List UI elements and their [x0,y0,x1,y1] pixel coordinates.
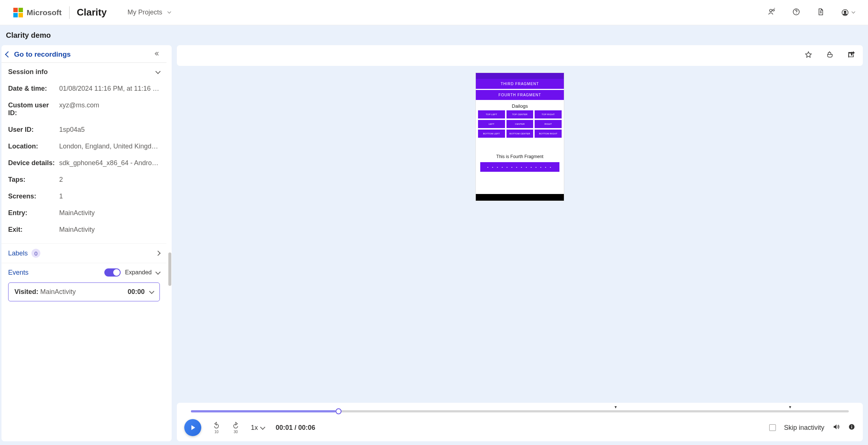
info-value: sdk_gphone64_x86_64 - Android 1... [59,159,160,167]
session-info-title: Session info [8,68,48,76]
labels-count-badge: 0 [31,249,40,258]
event-time-value: 00:00 [128,288,145,296]
preview-pane: THIRD FRAGMENT FOURTH FRAGMENT Dailogs T… [177,45,863,441]
divider [69,6,70,19]
events-panel: Events Expanded Visited: MainActivity 00… [1,263,166,307]
microsoft-name: Microsoft [27,8,62,17]
brand-name: Clarity [77,7,107,18]
info-value: London, England, United Kingdom [59,143,160,150]
share-icon[interactable] [847,51,855,60]
event-item[interactable]: Visited: MainActivity 00:00 [8,282,160,301]
timeline-marker [614,404,618,409]
page-title-bar: Clarity demo [0,25,868,45]
info-label: Custom user ID: [8,101,59,117]
info-value: 2 [59,176,160,184]
chevron-down-icon [260,424,265,429]
recording-canvas: THIRD FRAGMENT FOURTH FRAGMENT Dailogs T… [177,66,863,403]
chevron-right-icon [155,251,161,256]
info-row: Device details:sdk_gphone64_x86_64 - And… [8,155,160,171]
svg-point-9 [851,425,852,426]
labels-title: Labels [8,250,28,257]
device-preview: THIRD FRAGMENT FOURTH FRAGMENT Dailogs T… [475,73,564,201]
nav-label: My Projects [127,9,162,16]
speed-control[interactable]: 1x [251,424,265,432]
info-row: Location:London, England, United Kingdom [8,138,160,155]
info-row: Taps:2 [8,171,160,188]
svg-text:+: + [774,8,776,10]
chevron-down-icon[interactable] [155,269,161,274]
phone-grid-cell: RIGHT [535,120,562,128]
account-menu[interactable] [841,9,855,17]
labels-panel[interactable]: Labels 0 [1,243,166,263]
info-row: Exit:MainActivity [8,221,160,238]
speed-value: 1x [251,424,258,432]
info-value: 1sp04a5 [59,126,160,134]
info-label: Exit: [8,226,59,234]
event-name: MainActivity [40,288,76,295]
info-label: Location: [8,143,59,150]
playback-bar: 10 30 1x 00:01 / 00:06 Skip inactivity [177,403,863,441]
phone-grid-cell: TOP LEFT [478,110,505,118]
info-label: Date & time: [8,85,59,93]
microsoft-logo-icon [13,8,23,17]
people-icon[interactable]: + [768,8,776,17]
phone-grid-cell: BOTTOM LEFT [478,130,505,138]
timeline-track[interactable] [191,410,849,412]
play-button[interactable] [184,419,201,436]
rewind-value: 10 [214,430,218,434]
info-label: Taps: [8,176,59,184]
info-row: Date & time:01/08/2024 11:16 PM, at 11:1… [8,80,160,97]
forward-30-button[interactable]: 30 [232,422,240,434]
event-prefix: Visited: [14,288,40,295]
svg-point-1 [773,9,774,11]
info-label: Device details: [8,159,59,167]
info-label: User ID: [8,126,59,134]
timeline[interactable] [184,406,855,415]
rewind-10-button[interactable]: 10 [212,422,221,434]
timeline-thumb[interactable] [336,408,342,414]
info-value: MainActivity [59,226,160,234]
phone-grid-cell: TOP RIGHT [535,110,562,118]
app-header: Microsoft Clarity My Projects + [0,0,868,25]
my-projects-dropdown[interactable]: My Projects [127,9,171,16]
svg-rect-8 [851,426,852,428]
time-display: 00:01 / 00:06 [276,424,315,432]
phone-grid-cell: CENTER [507,120,534,128]
session-info-panel: Session info Date & time:01/08/2024 11:1… [1,63,166,243]
svg-point-4 [796,13,796,13]
go-to-recordings-link[interactable]: Go to recordings [6,50,71,58]
phone-dialogs-title: Dailogs [476,101,564,110]
expanded-toggle[interactable] [104,268,121,277]
main-layout: Go to recordings Session info Date & tim… [0,45,868,445]
skip-inactivity-label: Skip inactivity [784,424,824,432]
timeline-marker [788,404,792,409]
collapse-sidebar-button[interactable] [153,50,160,58]
info-value: MainActivity [59,209,160,217]
phone-grid-cell: BOTTOM CENTER [507,130,534,138]
header-actions: + [768,8,855,17]
scrollbar-thumb[interactable] [168,252,171,286]
chevron-down-icon [852,10,855,14]
skip-inactivity-checkbox[interactable] [769,424,776,431]
info-row: Screens:1 [8,188,160,205]
volume-icon[interactable] [832,423,840,432]
info-icon[interactable] [848,423,855,432]
document-icon[interactable] [817,8,825,17]
toggle-label: Expanded [125,269,152,276]
phone-button-third: THIRD FRAGMENT [476,79,564,89]
favorite-icon[interactable] [804,51,813,60]
feedback-icon[interactable] [826,51,834,60]
forward-value: 30 [233,430,238,434]
session-info-header[interactable]: Session info [8,68,160,76]
back-link-label: Go to recordings [14,50,71,58]
phone-button-fourth: FOURTH FRAGMENT [476,90,564,100]
help-icon[interactable] [792,8,800,17]
svg-point-0 [770,9,772,11]
chevron-left-icon [5,51,11,58]
phone-body-text: This is Fourth Fragment [476,154,564,159]
info-row: Entry:MainActivity [8,205,160,221]
chevron-down-icon[interactable] [149,289,154,294]
page-title: Clarity demo [6,31,51,40]
phone-wide-button: • • • • • • • • • • • • • • [480,162,559,172]
events-title: Events [8,269,28,277]
